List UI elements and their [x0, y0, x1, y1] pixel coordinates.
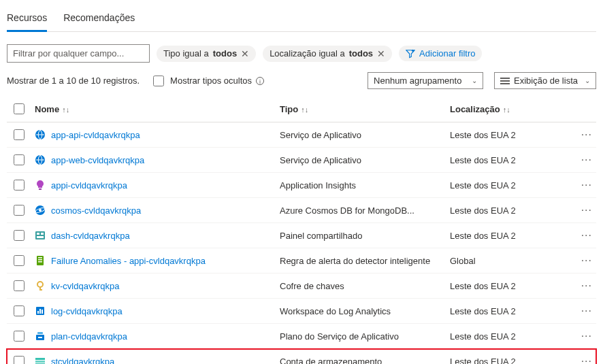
more-actions-button[interactable]: ···: [581, 305, 592, 316]
tabs-bar: Recursos Recomendações: [7, 8, 596, 32]
column-header-type-label: Tipo: [280, 104, 298, 114]
row-checkbox[interactable]: [14, 129, 25, 140]
view-dropdown-value: Exibição de lista: [514, 76, 578, 86]
show-hidden-types-label: Mostrar tipos ocultos: [170, 76, 252, 86]
resource-icon: [35, 331, 46, 342]
resource-name-link[interactable]: stcvldqavkrqkpa: [51, 357, 114, 365]
resource-name-link[interactable]: dash-cvldqavkrqkpa: [51, 231, 130, 241]
row-checkbox[interactable]: [14, 305, 25, 316]
resource-type: Regra de alerta do detector inteligente: [276, 248, 446, 274]
table-row[interactable]: app-web-cvldqavkrqkpaServiço de Aplicati…: [7, 148, 596, 173]
resource-location: Global: [446, 248, 576, 274]
row-checkbox[interactable]: [14, 180, 25, 191]
resource-location: Leste dos EUA 2: [446, 198, 576, 223]
resource-icon: [35, 305, 46, 316]
resource-location: Leste dos EUA 2: [446, 148, 576, 173]
select-all-checkbox[interactable]: [14, 103, 25, 114]
resource-location: Leste dos EUA 2: [446, 349, 576, 365]
add-filter-label: Adicionar filtro: [419, 48, 475, 59]
row-checkbox[interactable]: [14, 280, 25, 291]
show-hidden-types-input[interactable]: [153, 76, 164, 86]
chevron-down-icon: ⌄: [585, 77, 590, 84]
table-row[interactable]: dash-cvldqavkrqkpaPainel compartilhadoLe…: [7, 223, 596, 248]
more-actions-button[interactable]: ···: [581, 154, 592, 165]
more-actions-button[interactable]: ···: [581, 330, 592, 342]
resource-name-link[interactable]: Failure Anomalies - appi-cvldqavkrqkpa: [51, 256, 206, 266]
column-header-type[interactable]: Tipo↑↓: [276, 96, 446, 122]
sort-icon: ↑↓: [62, 105, 69, 114]
resource-type: Azure Cosmos DB for MongoDB...: [276, 198, 446, 223]
row-checkbox[interactable]: [14, 154, 25, 165]
resource-icon: [35, 280, 46, 291]
table-row[interactable]: plan-cvldqavkrqkpaPlano do Serviço de Ap…: [7, 324, 596, 349]
table-row[interactable]: Failure Anomalies - appi-cvldqavkrqkpaRe…: [7, 248, 596, 274]
row-checkbox[interactable]: [14, 331, 25, 342]
more-actions-button[interactable]: ···: [581, 254, 592, 266]
table-row[interactable]: cosmos-cvldqavkrqkpaAzure Cosmos DB for …: [7, 198, 596, 223]
column-header-name-label: Nome: [35, 104, 59, 114]
resource-name-link[interactable]: app-api-cvldqavkrqkpa: [51, 130, 140, 140]
close-icon[interactable]: ✕: [241, 48, 249, 59]
more-actions-button[interactable]: ···: [581, 204, 592, 216]
filter-input[interactable]: [7, 44, 150, 63]
resource-icon: [35, 129, 46, 140]
column-header-name[interactable]: Nome↑↓: [31, 96, 276, 122]
info-icon[interactable]: i: [256, 77, 264, 85]
filter-pill-location-prefix: Localização igual a: [270, 48, 345, 59]
controls-row: Mostrar de 1 a 10 de 10 registros. Mostr…: [7, 72, 596, 89]
resource-icon: [35, 255, 46, 266]
resource-location: Leste dos EUA 2: [446, 324, 576, 349]
resource-name-link[interactable]: cosmos-cvldqavkrqkpa: [51, 205, 141, 216]
filter-pill-type-prefix: Tipo igual a: [163, 48, 209, 59]
resource-location: Leste dos EUA 2: [446, 223, 576, 248]
filters-row: Tipo igual a todos ✕ Localização igual a…: [7, 44, 596, 63]
show-hidden-types-checkbox[interactable]: Mostrar tipos ocultos i: [150, 73, 264, 88]
resource-location: Leste dos EUA 2: [446, 173, 576, 198]
grouping-dropdown-value: Nenhum agrupamento: [374, 76, 461, 86]
resource-location: Leste dos EUA 2: [446, 274, 576, 299]
tab-recommendations[interactable]: Recomendações: [63, 8, 135, 31]
close-icon[interactable]: ✕: [377, 48, 385, 59]
resource-icon: [35, 154, 46, 165]
resource-name-link[interactable]: app-web-cvldqavkrqkpa: [51, 155, 144, 165]
resource-icon: [35, 356, 46, 364]
table-row[interactable]: app-api-cvldqavkrqkpaServiço de Aplicati…: [7, 122, 596, 148]
table-row[interactable]: stcvldqavkrqkpaConta de armazenamentoLes…: [7, 349, 596, 365]
column-header-location[interactable]: Localização↑↓: [446, 96, 576, 122]
resource-type: Application Insights: [276, 173, 446, 198]
more-actions-button[interactable]: ···: [581, 179, 592, 191]
grouping-dropdown[interactable]: Nenhum agrupamento ⌄: [368, 72, 483, 89]
row-checkbox[interactable]: [14, 205, 25, 216]
tab-resources[interactable]: Recursos: [7, 8, 47, 32]
more-actions-button[interactable]: ···: [581, 355, 592, 364]
more-actions-button[interactable]: ···: [581, 229, 592, 241]
view-dropdown[interactable]: Exibição de lista ⌄: [494, 72, 596, 89]
filter-add-icon: [406, 49, 415, 59]
table-row[interactable]: kv-cvldqavkrqkpaCofre de chavesLeste dos…: [7, 274, 596, 299]
column-header-location-label: Localização: [450, 104, 500, 114]
filter-pill-type-value: todos: [213, 48, 237, 59]
filter-pill-type[interactable]: Tipo igual a todos ✕: [157, 46, 256, 62]
sort-icon: ↑↓: [301, 105, 308, 114]
more-actions-button[interactable]: ···: [581, 129, 592, 140]
resource-name-link[interactable]: kv-cvldqavkrqkpa: [51, 281, 119, 291]
chevron-down-icon: ⌄: [472, 77, 477, 84]
resource-type: Cofre de chaves: [276, 274, 446, 299]
resource-icon: [35, 205, 46, 216]
resource-name-link[interactable]: appi-cvldqavkrqkpa: [51, 180, 127, 191]
resource-icon: [35, 230, 46, 241]
filter-pill-location-value: todos: [349, 48, 373, 59]
row-checkbox[interactable]: [14, 356, 25, 364]
row-checkbox[interactable]: [14, 255, 25, 266]
resource-name-link[interactable]: log-cvldqavkrqkpa: [51, 306, 123, 316]
resource-type: Conta de armazenamento: [276, 349, 446, 365]
filter-pill-location[interactable]: Localização igual a todos ✕: [263, 46, 392, 62]
table-row[interactable]: appi-cvldqavkrqkpaApplication InsightsLe…: [7, 173, 596, 198]
more-actions-button[interactable]: ···: [581, 280, 592, 291]
record-count: Mostrar de 1 a 10 de 10 registros.: [7, 76, 140, 86]
add-filter-button[interactable]: Adicionar filtro: [399, 46, 482, 61]
resource-icon: [35, 180, 46, 191]
row-checkbox[interactable]: [14, 230, 25, 241]
table-row[interactable]: log-cvldqavkrqkpaWorkspace do Log Analyt…: [7, 299, 596, 324]
resource-name-link[interactable]: plan-cvldqavkrqkpa: [51, 331, 127, 342]
